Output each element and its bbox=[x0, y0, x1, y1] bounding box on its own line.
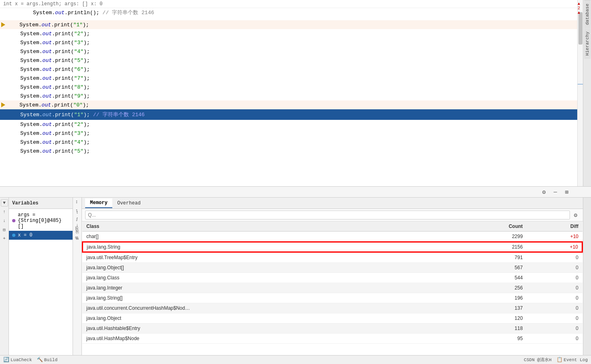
status-eventlog[interactable]: 📋 Event Log bbox=[557, 357, 588, 363]
code-line: System.out.print("2"); bbox=[0, 120, 583, 129]
csdn-label: CSDN @清水H bbox=[524, 358, 551, 362]
minimize-icon[interactable]: — bbox=[551, 188, 559, 196]
line-code: System.out.print("4"); bbox=[20, 139, 90, 145]
memory-tabs: Memory Overhead bbox=[82, 198, 583, 209]
table-row[interactable]: java.util.concurrent.ConcurrentHashMap$N… bbox=[82, 303, 582, 313]
memory-search-input[interactable] bbox=[85, 211, 570, 219]
cell-class: java.lang.String bbox=[82, 242, 453, 252]
col-class: Class bbox=[82, 221, 453, 232]
tab-overhead[interactable]: Overhead bbox=[112, 199, 146, 208]
luacheck-label: LuaCheck bbox=[11, 358, 32, 362]
side-icon-copy[interactable]: ⎘ bbox=[73, 225, 80, 232]
cell-diff: 0 bbox=[527, 263, 582, 273]
var-label-args: args = {String[0]@485} [] bbox=[18, 212, 69, 229]
status-csdn[interactable]: CSDN @清水H bbox=[524, 357, 551, 363]
editor-main: int x = args.length; args: [] x: 0 Syste… bbox=[0, 0, 583, 186]
cell-class: java.util.TreeMap$Entry bbox=[82, 252, 453, 263]
table-row[interactable]: java.lang.Integer 256 0 bbox=[82, 283, 582, 293]
cell-count: 256 bbox=[453, 283, 527, 293]
line-code: System.out.print("4"); bbox=[20, 49, 90, 55]
code-line-orange-1: System.out.print("1"); bbox=[0, 20, 583, 29]
cell-diff: +10 bbox=[527, 232, 582, 242]
line-code: System.out.print("9"); bbox=[20, 93, 90, 99]
code-line: System.out.print("5"); bbox=[0, 147, 583, 155]
line-code: System.out.print("2"); bbox=[20, 121, 90, 128]
cell-class: java.util.concurrent.ConcurrentHashMap$N… bbox=[82, 303, 453, 313]
line-code: System.out.print("3"); bbox=[20, 130, 90, 136]
variables-panel: Variables args = {String[0]@485} [] x = … bbox=[9, 198, 73, 355]
sidebar-tab-database[interactable]: database bbox=[584, 0, 591, 28]
side-icon-2[interactable]: ↑ bbox=[73, 207, 80, 215]
dropdown-btn[interactable]: ▼ bbox=[1, 199, 8, 206]
status-left: 🔄 LuaCheck 🔨 Build bbox=[3, 357, 58, 363]
table-row[interactable]: java.util.TreeMap$Entry 791 0 bbox=[82, 252, 582, 263]
memory-settings-icon[interactable]: ⚙ bbox=[572, 211, 580, 219]
cell-count: 2299 bbox=[453, 232, 527, 242]
up-btn[interactable]: ↑ bbox=[1, 208, 8, 215]
cell-count: 137 bbox=[453, 303, 527, 313]
sidebar-tab-hierarchy[interactable]: Hierarchy bbox=[584, 28, 591, 59]
code-line: System.out.print("7"); bbox=[0, 74, 583, 83]
line-code: System.out.print("1"); bbox=[3, 22, 89, 28]
side-icon-1[interactable]: ↕ bbox=[73, 198, 80, 206]
filter-btn[interactable]: ⊟ bbox=[1, 226, 8, 233]
table-row[interactable]: java.lang.Class 544 0 bbox=[82, 273, 582, 283]
eventlog-icon: 📋 bbox=[557, 357, 563, 363]
code-area: System.out.println(); // 字符串个数 2146 Syst… bbox=[0, 8, 583, 186]
code-line: System.out.print("2"); bbox=[0, 29, 583, 38]
cell-class: java.lang.String[] bbox=[82, 293, 453, 303]
line-code: System.out.print("8"); bbox=[20, 84, 90, 90]
tab-memory[interactable]: Memory bbox=[85, 198, 112, 208]
add-btn[interactable]: + bbox=[1, 235, 8, 242]
side-icon-3[interactable]: ↓ bbox=[73, 216, 80, 224]
settings-icon[interactable]: ⚙ bbox=[540, 188, 548, 196]
bottom-right-sidebar bbox=[583, 198, 591, 355]
col-diff[interactable]: Diff bbox=[527, 221, 582, 232]
cell-diff: 0 bbox=[527, 324, 582, 334]
table-row[interactable]: java.util.Hashtable$Entry 118 0 bbox=[82, 324, 582, 334]
line-code: System.out.print("2"); bbox=[20, 31, 90, 37]
code-line-blue[interactable]: System.out.print("1"); // 字符串个数 2146 bbox=[0, 109, 583, 120]
build-icon: 🔨 bbox=[37, 357, 43, 363]
variable-item-args[interactable]: args = {String[0]@485} [] bbox=[9, 211, 73, 231]
variable-item-x[interactable]: x = 0 bbox=[9, 231, 73, 240]
line-code: System.out.print("6"); bbox=[20, 66, 90, 72]
code-line: System.out.print("4"); bbox=[0, 138, 583, 147]
line-code: System.out.print("7"); bbox=[20, 75, 90, 81]
eventlog-label: Event Log bbox=[564, 358, 588, 362]
cell-diff: 0 bbox=[527, 313, 582, 324]
scrollbar-thumb[interactable] bbox=[578, 12, 582, 45]
table-row-highlighted[interactable]: java.lang.String 2156 +10 bbox=[82, 242, 582, 252]
side-icon-view[interactable]: ∞ bbox=[73, 234, 80, 241]
status-bar: 🔄 LuaCheck 🔨 Build CSDN @清水H 📋 Event Log bbox=[0, 355, 591, 364]
cell-count: 95 bbox=[453, 334, 527, 344]
cell-class: java.lang.Object[] bbox=[82, 263, 453, 273]
breakpoint-arrow-2 bbox=[1, 102, 5, 107]
table-row[interactable]: java.lang.Object[] 567 0 bbox=[82, 263, 582, 273]
top-info-text: int x = args.length; args: [] x: 0 bbox=[3, 1, 103, 7]
status-luacheck[interactable]: 🔄 LuaCheck bbox=[3, 357, 32, 363]
status-build[interactable]: 🔨 Build bbox=[37, 357, 58, 363]
code-line: System.out.print("3"); bbox=[0, 38, 583, 47]
line-code: System.out.print("5"); bbox=[20, 57, 90, 64]
code-line: System.out.print("3"); bbox=[0, 129, 583, 138]
memory-search-bar: ⚙ bbox=[82, 209, 583, 221]
table-row[interactable]: char[] 2299 +10 bbox=[82, 232, 582, 242]
breakpoint-arrow-1 bbox=[1, 22, 5, 27]
layout-icon[interactable]: ⊞ bbox=[563, 188, 571, 196]
editor-scrollbar[interactable]: ▲ 2 ▲ bbox=[577, 0, 583, 186]
down-btn[interactable]: ↓ bbox=[1, 217, 8, 224]
cell-class: java.lang.Object bbox=[82, 313, 453, 324]
variables-header: Variables bbox=[9, 198, 73, 209]
col-count[interactable]: Count bbox=[453, 221, 527, 232]
cell-diff: 0 bbox=[527, 283, 582, 293]
variables-side-icons: ↕ ↑ ↓ ⎘ ∞ bbox=[73, 198, 80, 241]
sidebar-right: database Hierarchy bbox=[583, 0, 591, 186]
table-row[interactable]: java.lang.String[] 196 0 bbox=[82, 293, 582, 303]
table-row[interactable]: java.util.HashMap$Node 95 0 bbox=[82, 334, 582, 344]
cell-count: 791 bbox=[453, 252, 527, 263]
cell-class: char[] bbox=[82, 232, 453, 242]
code-line: System.out.print("5"); bbox=[0, 56, 583, 65]
table-row[interactable]: java.lang.Object 120 0 bbox=[82, 313, 582, 324]
cell-count: 120 bbox=[453, 313, 527, 324]
